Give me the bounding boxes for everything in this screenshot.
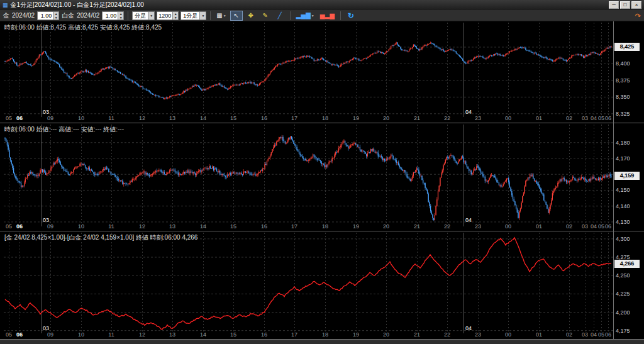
svg-text:8,350: 8,350: [616, 94, 630, 100]
svg-text:4,140: 4,140: [616, 203, 630, 209]
spin-down-icon[interactable]: ▼: [118, 16, 123, 19]
svg-text:02: 02: [566, 223, 572, 230]
svg-text:04: 04: [591, 223, 597, 230]
svg-text:01: 01: [536, 331, 542, 338]
gold-multiplier-stepper[interactable]: 1.00 ▲ ▼: [37, 11, 59, 20]
svg-text:05: 05: [598, 331, 604, 338]
bar-count-stepper[interactable]: 1200 ▲ ▼: [157, 11, 179, 20]
refresh-button[interactable]: ↻: [345, 11, 357, 21]
svg-text:16: 16: [261, 115, 267, 121]
gold-chart-panel[interactable]: 03048,4258,4008,3758,3508,32505060910111…: [0, 21, 644, 123]
svg-text:4,175: 4,175: [616, 328, 630, 334]
platinum-multiplier-stepper[interactable]: 1.00 ▲ ▼: [102, 11, 124, 20]
timeframe-dropdown[interactable]: 1分足 ▼: [180, 11, 206, 20]
spread-last-price-badge: 4,266: [614, 260, 640, 268]
spin-down-icon[interactable]: ▼: [173, 16, 178, 19]
svg-text:18: 18: [322, 331, 328, 338]
svg-text:19: 19: [353, 223, 359, 230]
svg-text:16: 16: [261, 331, 267, 338]
svg-text:05: 05: [6, 115, 12, 121]
bar-chart-icon: ▂▅▇: [296, 12, 311, 19]
svg-text:4,170: 4,170: [616, 155, 630, 162]
gold-contract-month: 2024/02: [12, 12, 35, 19]
cursor-tool-button[interactable]: ↖: [230, 11, 243, 21]
svg-text:20: 20: [383, 223, 389, 230]
restore-button[interactable]: □: [620, 1, 630, 9]
spread-readout: [金 24/02 8,425×1.00]-[白金 24/02 4,159×1.0…: [4, 233, 197, 242]
gold-multiplier-value: 1.00: [38, 12, 53, 19]
svg-text:03: 03: [43, 325, 49, 331]
svg-text:13: 13: [169, 331, 175, 338]
svg-text:17: 17: [291, 115, 297, 121]
svg-text:09: 09: [47, 331, 53, 338]
gold-last-price-badge: 8,425: [614, 43, 640, 51]
svg-text:4,130: 4,130: [616, 219, 630, 225]
svg-text:4,200: 4,200: [616, 309, 630, 316]
spread-chart-panel[interactable]: 03044,3004,2754,2504,2254,2004,175050609…: [0, 231, 644, 340]
svg-text:12: 12: [139, 115, 145, 121]
gold-multiplier-spin-buttons: ▲ ▼: [53, 12, 58, 19]
indicator-button[interactable]: ▂▅▇ ▼: [294, 11, 316, 21]
svg-text:04: 04: [591, 115, 597, 121]
svg-text:13: 13: [169, 223, 175, 230]
popout-button[interactable]: ↷: [635, 11, 641, 21]
svg-text:14: 14: [200, 223, 206, 230]
svg-text:06: 06: [16, 331, 23, 338]
svg-text:20: 20: [383, 331, 389, 338]
trendline-tool-button[interactable]: ╱: [274, 11, 286, 21]
platinum-multiplier-spin-buttons: ▲ ▼: [118, 12, 123, 19]
svg-text:22: 22: [444, 115, 450, 121]
svg-text:05: 05: [6, 223, 12, 230]
svg-text:01: 01: [536, 223, 542, 230]
svg-text:21: 21: [414, 223, 420, 230]
minimize-button[interactable]: ─: [609, 1, 619, 9]
interval-dropdown[interactable]: 分足 ▼: [132, 11, 155, 20]
svg-text:21: 21: [414, 331, 420, 338]
svg-text:03: 03: [582, 331, 588, 338]
svg-text:22: 22: [444, 223, 450, 230]
toolbar-separator: [340, 11, 341, 20]
svg-text:01: 01: [536, 115, 542, 121]
svg-text:04: 04: [465, 217, 472, 223]
compare-chart-button[interactable]: ▅▂▆: [318, 11, 336, 21]
platinum-ohlc-readout: 時刻:06:00 始値:--- 高値:--- 安値:--- 終値:---: [4, 125, 124, 134]
chart-type-icon: ▦: [216, 12, 222, 19]
svg-text:15: 15: [230, 223, 236, 230]
svg-text:23: 23: [475, 115, 481, 121]
svg-text:21: 21: [414, 115, 420, 121]
svg-text:03: 03: [43, 217, 49, 223]
svg-text:10: 10: [78, 331, 84, 338]
platinum-label: 白金: [62, 11, 74, 20]
app-icon: ▦: [3, 0, 8, 10]
svg-text:17: 17: [291, 223, 297, 230]
svg-text:15: 15: [230, 115, 236, 121]
svg-text:19: 19: [353, 115, 359, 121]
svg-text:06: 06: [16, 223, 23, 230]
titlebar: ▦ 金1分足[2024/02]1.00 - 白金1分足[2024/02]1.00…: [0, 0, 644, 10]
svg-text:10: 10: [78, 115, 84, 121]
pencil-icon: ✎: [263, 12, 268, 19]
horizontal-scrollbar[interactable]: [0, 340, 644, 344]
popout-icon: ↷: [635, 12, 641, 19]
svg-text:04: 04: [465, 109, 472, 115]
chevron-down-icon: ▼: [199, 12, 206, 19]
svg-text:12: 12: [139, 331, 145, 338]
svg-text:11: 11: [108, 223, 114, 230]
spin-down-icon[interactable]: ▼: [53, 16, 58, 19]
chart-type-button[interactable]: ▦ ▼: [214, 11, 228, 21]
svg-text:4,150: 4,150: [616, 187, 630, 193]
toolbar-separator: [128, 11, 128, 20]
gold-ohlc-readout: 時刻:06:00 始値:8,425 高値:8,425 安値:8,425 終値:8…: [4, 23, 162, 32]
svg-text:12: 12: [139, 223, 145, 230]
svg-text:23: 23: [475, 331, 481, 338]
svg-text:14: 14: [200, 115, 206, 121]
gold-chart-canvas: 03048,4258,4008,3758,3508,32505060910111…: [0, 21, 644, 123]
platinum-chart-panel[interactable]: 03044,1804,1704,1604,1504,1404,130050609…: [0, 123, 644, 231]
spread-chart-canvas: 03044,3004,2754,2504,2254,2004,175050609…: [0, 231, 644, 340]
svg-text:03: 03: [582, 223, 588, 230]
close-button[interactable]: ×: [631, 1, 641, 9]
pan-tool-button[interactable]: ✥: [245, 11, 257, 21]
draw-tool-button[interactable]: ✎: [259, 11, 272, 21]
svg-text:11: 11: [108, 331, 114, 338]
svg-text:06: 06: [16, 115, 23, 121]
